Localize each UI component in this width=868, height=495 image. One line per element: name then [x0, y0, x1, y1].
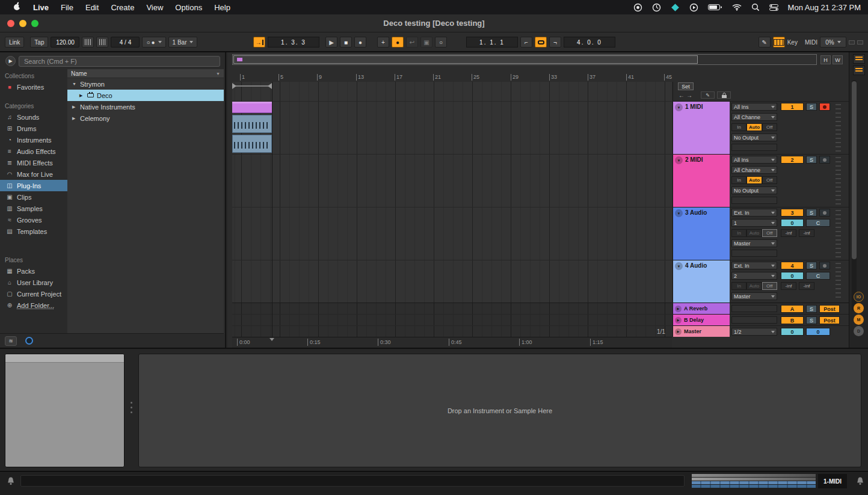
monitor-switch[interactable]: InAutoOff	[731, 176, 777, 184]
follow-button[interactable]: →	[253, 37, 265, 48]
master-pan-field[interactable]: 0	[806, 328, 830, 336]
monitor-switch[interactable]: InAutoOff	[731, 282, 777, 290]
track-lane-3-audio[interactable]	[232, 207, 672, 260]
master-volume-field[interactable]: 0	[781, 328, 804, 336]
solo-button[interactable]: S	[806, 156, 817, 164]
teal-app-menu-icon[interactable]	[671, 3, 680, 12]
arm-button[interactable]	[819, 262, 830, 269]
track-title-1-midi[interactable]: ▼ 1 MIDI	[673, 102, 730, 154]
sidebar-item-midi-effects[interactable]: ≣MIDI Effects	[0, 157, 67, 168]
menu-help[interactable]: Help	[208, 3, 236, 12]
sidebar-item-add-folder[interactable]: ⊕Add Folder...	[0, 300, 67, 311]
master-lane[interactable]	[232, 325, 672, 337]
input-channel-select[interactable]: 1	[731, 219, 777, 227]
track-fold-icon[interactable]: ▶	[675, 317, 682, 324]
nudge-down-button[interactable]	[82, 37, 94, 48]
punch-in-button[interactable]: ⌐	[520, 37, 532, 48]
return-title-a[interactable]: ▶ A Reverb	[673, 303, 730, 314]
cpu-load-meter[interactable]: 0%	[820, 37, 846, 48]
follow-width-button[interactable]: W	[833, 55, 843, 64]
track-fold-icon[interactable]: ▼	[675, 103, 683, 111]
next-locator-button[interactable]: →	[686, 92, 692, 99]
pan-field[interactable]: C	[806, 219, 830, 227]
sidebar-item-plug-ins[interactable]: ◫Plug-Ins	[0, 180, 67, 191]
draw-automation-button[interactable]: ✎	[701, 91, 715, 99]
time-ruler[interactable]: 0:00 0:15 0:30 0:45 1:00 1:15	[232, 337, 672, 348]
volume-field[interactable]: 0	[781, 272, 804, 280]
notification-bell-icon[interactable]	[855, 476, 865, 488]
menu-options[interactable]: Options	[169, 3, 208, 12]
master-output-select[interactable]: 1/2	[731, 328, 777, 336]
capture-midi-button[interactable]: ▣	[420, 37, 432, 48]
lock-envelopes-button[interactable]	[717, 91, 731, 99]
track-fold-icon[interactable]: ▼	[675, 209, 683, 217]
take-lane-clip[interactable]	[232, 135, 272, 153]
punch-out-button[interactable]: ¬	[549, 37, 561, 48]
scrub-area[interactable]	[232, 82, 672, 101]
solo-button[interactable]: S	[806, 316, 817, 324]
track-activator[interactable]: 4	[781, 262, 804, 269]
screen-record-indicator-icon[interactable]	[633, 3, 642, 12]
info-toggle[interactable]	[25, 337, 33, 345]
input-channel-select[interactable]: All Channe	[731, 166, 777, 174]
preview-toggle[interactable]: ≋	[5, 336, 17, 346]
solo-button[interactable]: S	[806, 262, 817, 269]
track-title-4-audio[interactable]: ▼ 4 Audio	[673, 260, 730, 303]
pre-post-toggle[interactable]: Post	[819, 305, 840, 313]
session-record-button[interactable]: ○	[435, 37, 447, 48]
device-drop-area[interactable]: Drop an Instrument or Sample Here	[138, 354, 861, 467]
input-channel-select[interactable]: 2	[731, 272, 777, 280]
returns-section-toggle[interactable]: R	[854, 303, 864, 313]
quantize-menu[interactable]: 1 Bar	[168, 37, 198, 48]
return-lane-a[interactable]	[232, 303, 672, 314]
collapsed-disclosure-icon[interactable]: ▶	[72, 116, 77, 121]
arm-button[interactable]	[819, 103, 830, 111]
track-activator[interactable]: 3	[781, 209, 804, 217]
tempo-field[interactable]: 120.00	[51, 37, 79, 48]
loop-start-display[interactable]: 1. 1. 1	[466, 37, 518, 48]
input-type-select[interactable]: All Ins	[731, 103, 777, 111]
sidebar-item-current-project[interactable]: ▢Current Project	[0, 288, 67, 300]
apple-menu[interactable]	[7, 2, 27, 13]
metronome-control[interactable]: ○ ●	[142, 37, 165, 48]
midi-map-label[interactable]: MIDI	[805, 39, 817, 46]
reenable-automation-button[interactable]: ↩	[406, 37, 418, 48]
clip-overview-toggle[interactable]	[853, 54, 865, 64]
return-title-b[interactable]: ▶ B Delay	[673, 315, 730, 325]
input-type-select[interactable]: Ext. In	[731, 262, 777, 269]
panel-resize-handle[interactable]	[131, 402, 132, 413]
arrangement-grid[interactable]	[232, 82, 672, 337]
sidebar-item-templates[interactable]: ▤Templates	[0, 226, 67, 237]
mixer-section-toggle[interactable]: M	[854, 315, 864, 325]
output-type-select[interactable]: Master	[731, 292, 777, 300]
sidebar-item-drums[interactable]: ⊞Drums	[0, 123, 67, 134]
output-type-select[interactable]: No Output	[731, 134, 777, 141]
track-activator[interactable]: 1	[781, 103, 804, 111]
follow-height-button[interactable]: H	[820, 55, 831, 64]
stop-button[interactable]: ■	[340, 37, 352, 48]
tap-tempo-button[interactable]: Tap	[30, 37, 48, 48]
track-lane-2-midi[interactable]	[232, 154, 672, 207]
pre-post-toggle[interactable]: Post	[819, 316, 840, 324]
sidebar-item-packs[interactable]: ▦Packs	[0, 265, 67, 277]
beat-time-ruler[interactable]: 1 5 9 13 17 21 25 29 33 37 41 45	[232, 74, 672, 82]
spotlight-icon[interactable]	[751, 3, 760, 11]
track-activator[interactable]: 2	[781, 156, 804, 164]
draw-mode-button[interactable]: ✎	[759, 37, 771, 48]
tree-item-strymon[interactable]: ▼ Strymon	[67, 78, 224, 90]
set-locator-button[interactable]: Set	[678, 82, 694, 90]
monitor-switch[interactable]: InAutoOff	[731, 229, 777, 237]
notification-bell-icon[interactable]	[6, 476, 16, 488]
nudge-up-button[interactable]	[96, 37, 108, 48]
input-channel-select[interactable]: All Channe	[731, 113, 777, 121]
prev-locator-button[interactable]: ←	[679, 92, 685, 99]
expanded-disclosure-icon[interactable]: ▼	[72, 82, 77, 86]
sidebar-item-favorites[interactable]: ■ Favorites	[0, 81, 67, 93]
browser-toggle-button[interactable]: ▶	[5, 56, 16, 66]
name-column-header[interactable]: Name ▼	[67, 69, 224, 78]
output-type-select[interactable]: No Output	[731, 186, 777, 194]
tree-item-celemony[interactable]: ▶ Celemony	[67, 112, 224, 124]
track-title-2-midi[interactable]: ▼ 2 MIDI	[673, 155, 730, 207]
track-title-3-audio[interactable]: ▼ 3 Audio	[673, 208, 730, 260]
play-button[interactable]: ▶	[325, 37, 337, 48]
